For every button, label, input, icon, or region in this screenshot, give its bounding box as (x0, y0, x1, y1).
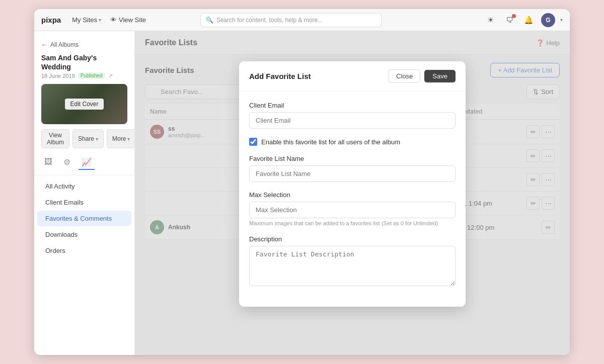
search-placeholder: Search for content, tools, help & more..… (216, 17, 323, 24)
description-textarea[interactable] (249, 246, 456, 286)
share-label: Share (78, 135, 94, 142)
back-to-albums[interactable]: ← All Albums (34, 39, 134, 53)
more-label: More (112, 135, 126, 142)
sidebar-nav: All Activity Client Emails Favorites & C… (34, 178, 134, 258)
more-button[interactable]: More ▾ (107, 129, 135, 148)
main-content: ← All Albums Sam And Gaby's Wedding 18 J… (34, 31, 570, 355)
fav-name-label: Favorite List Name (249, 155, 456, 162)
modal-overlay: Add Favorite List Close Save Client Emai… (135, 31, 570, 355)
external-link-icon: ↗ (108, 72, 113, 79)
album-meta: 18 June 2019 Published ↗ (34, 71, 134, 84)
tab-photos[interactable]: 🖼 (41, 155, 55, 170)
my-sites-label: My Sites (72, 16, 97, 24)
sidebar-tabs: 🖼 ⚙ 📈 (34, 155, 134, 175)
right-panel: Favorite Lists ❓ Help Favorite Lists + A… (135, 31, 570, 355)
modal-title: Add Favorite List (249, 72, 311, 80)
album-cover-overlay: Edit Cover (41, 84, 127, 124)
eye-icon: 👁 (110, 16, 117, 24)
sun-icon: ☀ (487, 16, 494, 25)
sidebar-item-all-activity[interactable]: All Activity (37, 178, 131, 194)
my-sites-nav[interactable]: My Sites ▾ (69, 14, 104, 26)
tab-analytics[interactable]: 📈 (79, 155, 95, 170)
fav-name-input[interactable] (249, 165, 456, 182)
modal-header: Add Favorite List Close Save (239, 61, 466, 92)
modal-save-button[interactable]: Save (424, 70, 456, 82)
enable-all-users-label: Enable this favorite list for all users … (261, 138, 400, 146)
sidebar-item-favorites-comments[interactable]: Favorites & Comments (37, 211, 131, 226)
max-selection-hint: Maximum images that can be added to a fa… (249, 220, 456, 226)
client-email-label: Client Email (249, 102, 456, 109)
enable-all-users-checkbox[interactable] (249, 138, 257, 146)
description-label: Description (249, 235, 456, 243)
photos-icon: 🖼 (44, 157, 52, 166)
chat-icon-btn[interactable]: 🗨 (503, 13, 517, 27)
max-selection-input[interactable] (249, 202, 456, 218)
sidebar-actions: View Album Share ▾ More ▾ (34, 129, 134, 155)
description-group: Description (249, 235, 456, 288)
modal-header-buttons: Close Save (389, 69, 456, 83)
chat-badge (512, 14, 516, 18)
bell-icon-btn[interactable]: 🔔 (522, 13, 536, 27)
back-arrow-icon: ← (41, 41, 47, 48)
app-logo: pixpa (41, 16, 61, 24)
settings-icon: ⚙ (63, 158, 70, 166)
avatar-chevron-icon: ▾ (560, 17, 563, 23)
avatar-initial: G (546, 17, 550, 24)
share-chevron-icon: ▾ (96, 136, 98, 142)
max-selection-label: Max Selection (249, 191, 456, 199)
view-site-nav[interactable]: 👁 View Site (110, 16, 146, 24)
published-badge: Published (78, 72, 105, 79)
user-avatar[interactable]: G (541, 13, 555, 27)
max-selection-group: Max Selection Maximum images that can be… (249, 191, 456, 226)
view-album-button[interactable]: View Album (41, 129, 69, 148)
back-label: All Albums (50, 41, 79, 48)
sidebar-item-client-emails[interactable]: Client Emails (37, 195, 131, 210)
top-right-icons: ☀ 🗨 🔔 G ▾ (484, 13, 563, 27)
bell-icon: 🔔 (524, 16, 534, 25)
analytics-icon: 📈 (82, 158, 92, 166)
sidebar: ← All Albums Sam And Gaby's Wedding 18 J… (34, 31, 135, 355)
add-favorite-list-modal: Add Favorite List Close Save Client Emai… (239, 61, 466, 307)
search-icon: 🔍 (206, 17, 213, 24)
sidebar-item-downloads[interactable]: Downloads (37, 227, 131, 242)
my-sites-chevron-icon: ▾ (99, 17, 101, 23)
client-email-group: Client Email (249, 102, 456, 129)
view-site-label: View Site (119, 16, 146, 24)
sun-icon-btn[interactable]: ☀ (484, 13, 498, 27)
album-cover[interactable]: Edit Cover (41, 84, 127, 124)
album-title: Sam And Gaby's Wedding (34, 53, 134, 71)
modal-body: Client Email Enable this favorite list f… (239, 92, 466, 307)
tab-settings[interactable]: ⚙ (60, 155, 73, 170)
sidebar-item-orders[interactable]: Orders (37, 243, 131, 258)
share-button[interactable]: Share ▾ (72, 129, 104, 148)
client-email-input[interactable] (249, 112, 456, 129)
modal-close-button[interactable]: Close (389, 69, 420, 83)
album-date: 18 June 2019 (41, 73, 75, 79)
enable-all-users-row: Enable this favorite list for all users … (249, 138, 456, 146)
more-chevron-icon: ▾ (127, 136, 130, 142)
fav-name-group: Favorite List Name (249, 155, 456, 182)
edit-cover-button[interactable]: Edit Cover (65, 99, 103, 110)
top-bar: pixpa My Sites ▾ 👁 View Site 🔍 Search fo… (34, 9, 570, 31)
global-search[interactable]: 🔍 Search for content, tools, help & more… (200, 13, 382, 27)
